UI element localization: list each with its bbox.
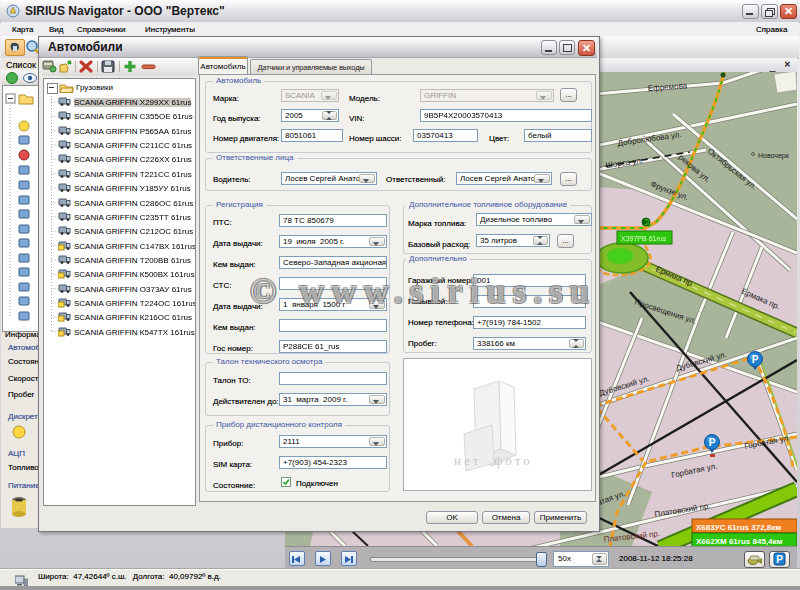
svg-text:Х662ХМ 61rus 845,4км: Х662ХМ 61rus 845,4км — [696, 537, 783, 546]
svg-text:Х683УС 61rus 372,8км: Х683УС 61rus 372,8км — [696, 523, 781, 532]
svg-text:P: P — [776, 554, 783, 565]
svg-text:Новочерк: Новочерк — [758, 152, 790, 160]
svg-text:P: P — [752, 354, 759, 365]
svg-text:нет фото: нет фото — [454, 453, 533, 468]
svg-text:Х397РВ 61rus: Х397РВ 61rus — [621, 235, 667, 242]
svg-text:P: P — [709, 437, 716, 448]
